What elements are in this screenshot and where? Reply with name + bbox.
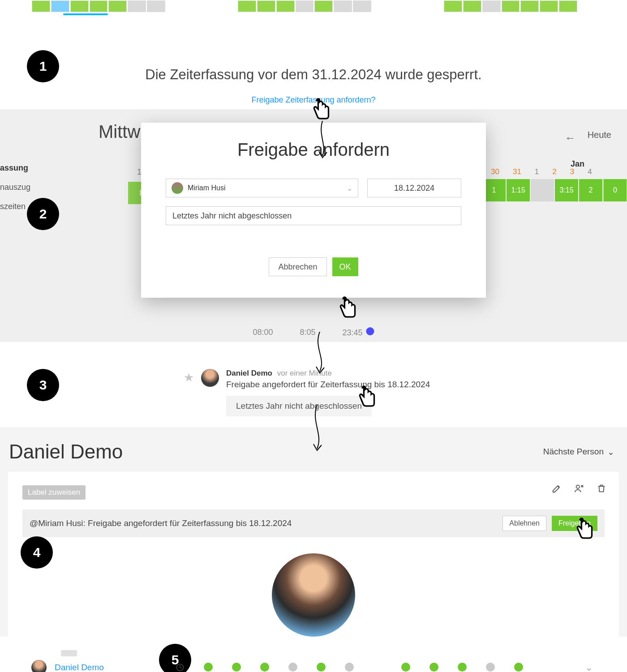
cursor-icon bbox=[338, 295, 357, 321]
chevron-down-icon: ⌄ bbox=[347, 184, 352, 193]
avatar bbox=[272, 553, 355, 637]
arrow-icon bbox=[308, 405, 326, 454]
reject-button[interactable]: Ablehnen bbox=[502, 516, 546, 531]
assign-label-button[interactable]: Label zuweisen bbox=[22, 485, 86, 500]
ok-button[interactable]: OK bbox=[332, 257, 358, 276]
step-badge-2: 2 bbox=[27, 198, 59, 230]
recipient-name: Miriam Husi bbox=[188, 184, 225, 192]
star-icon[interactable]: ★ bbox=[184, 371, 194, 385]
attendance-dots bbox=[153, 663, 582, 672]
edit-icon[interactable] bbox=[552, 484, 562, 495]
day-cell[interactable]: 1:15 bbox=[507, 179, 530, 201]
top-mini-calendars bbox=[0, 0, 627, 15]
day-labels: 30 31 1 2 3 4 bbox=[482, 163, 627, 176]
step-badge-4: 4 bbox=[21, 536, 53, 569]
remove-user-icon[interactable] bbox=[574, 484, 584, 495]
avatar bbox=[31, 660, 47, 672]
avatar bbox=[172, 182, 183, 194]
day-cell[interactable] bbox=[531, 179, 554, 201]
step-badge-3: 3 bbox=[27, 369, 59, 401]
arrow-icon bbox=[311, 332, 329, 377]
person-card: Label zuweisen @Miriam Husi: Freigabe an… bbox=[8, 472, 619, 637]
person-link[interactable]: Daniel Demo bbox=[55, 663, 153, 672]
back-arrow-icon[interactable]: ← bbox=[565, 132, 575, 144]
sidebar-item[interactable]: szeiten bbox=[0, 197, 30, 216]
avatar bbox=[201, 369, 219, 387]
sidebar-item[interactable]: nauszug bbox=[0, 178, 30, 197]
delete-icon[interactable] bbox=[597, 484, 606, 495]
next-person-button[interactable]: Nächste Person ⌄ bbox=[543, 447, 614, 457]
sidebar-item[interactable]: assung bbox=[0, 158, 30, 178]
date-input[interactable]: 18.12.2024 bbox=[367, 179, 461, 197]
expand-row-icon[interactable]: ⌄ bbox=[582, 662, 596, 672]
message-text: Freigabe angefordert für Zeiterfassung b… bbox=[226, 380, 430, 390]
person-title: Daniel Demo bbox=[9, 441, 123, 463]
message-author: Daniel Demo bbox=[226, 369, 272, 377]
day-cell[interactable]: 3:15 bbox=[555, 179, 578, 201]
chevron-down-icon: ⌄ bbox=[607, 447, 614, 457]
request-bar-text: @Miriam Husi: Freigabe angefordert für Z… bbox=[30, 518, 497, 528]
month-label: Jan bbox=[571, 159, 584, 169]
clock-icon[interactable] bbox=[176, 663, 185, 672]
arrow-icon bbox=[314, 121, 331, 161]
attendance-row[interactable]: Daniel Demo ⌄ bbox=[31, 654, 596, 672]
alert-dot-icon bbox=[366, 327, 374, 335]
message-reason: Letztes Jahr nicht abgeschlossen bbox=[226, 396, 372, 416]
recipient-select[interactable]: Miriam Husi ⌄ bbox=[166, 179, 358, 197]
day-cell[interactable]: 0 bbox=[603, 179, 627, 201]
cancel-button[interactable]: Abbrechen bbox=[269, 257, 326, 276]
request-unlock-link[interactable]: Freigabe Zeiterfassung anfordern? bbox=[251, 95, 375, 104]
approve-button[interactable]: Freigeben bbox=[552, 516, 597, 531]
sidebar-nav: assung nauszug szeiten bbox=[0, 158, 30, 217]
step-badge-1: 1 bbox=[27, 50, 59, 82]
today-button[interactable]: Heute bbox=[588, 130, 611, 140]
day-cell[interactable]: 2 bbox=[579, 179, 602, 201]
locked-message: Die Zeiterfassung vor dem 31.12.2024 wur… bbox=[0, 67, 627, 83]
step-badge-5: 5 bbox=[159, 644, 191, 672]
request-bar: @Miriam Husi: Freigabe angefordert für Z… bbox=[22, 509, 605, 537]
message-card: ★ Daniel Demo vor einer Minute Freigabe … bbox=[184, 369, 627, 416]
reason-input[interactable]: Letztes Jahr nicht abgeschlossen bbox=[166, 206, 461, 225]
